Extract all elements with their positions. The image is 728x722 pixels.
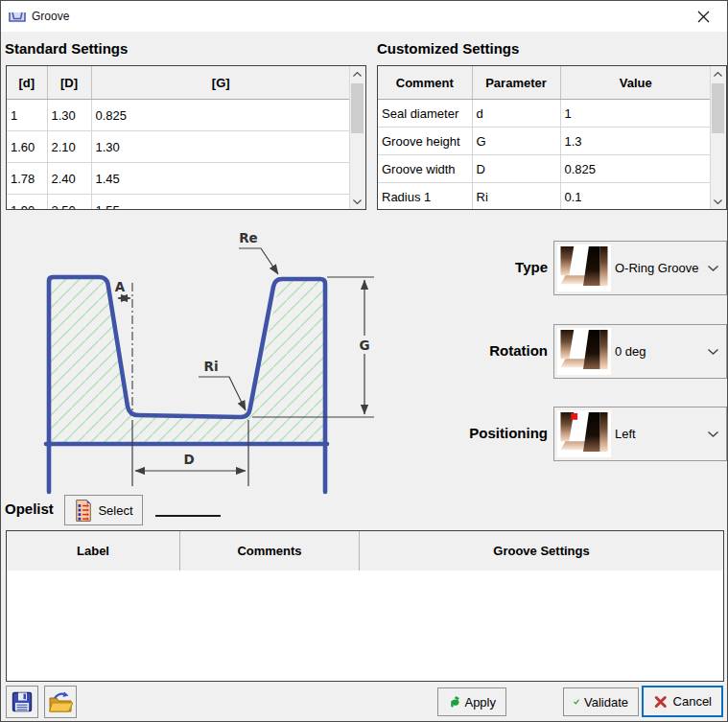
table-cell[interactable]: Groove height [378, 128, 472, 155]
rotation-value: 0 deg [615, 344, 708, 359]
table-row[interactable]: Radius 1Ri0.1 [378, 183, 711, 210]
table-cell[interactable]: Groove width [378, 155, 472, 183]
chevron-down-icon [708, 349, 718, 355]
dim-label-re: Re [239, 230, 258, 245]
save-button[interactable] [6, 686, 38, 718]
table-cell[interactable]: G [472, 128, 560, 155]
groove-positioning-icon [557, 410, 611, 457]
leader-ri [199, 377, 246, 410]
opelist-table: Label Comments Groove Settings [6, 530, 724, 682]
table-header-row: Comment Parameter Value [378, 66, 711, 100]
cross-icon [653, 692, 669, 711]
title-bar: Groove [1, 1, 727, 32]
positioning-label: Positioning [433, 425, 548, 441]
column-header: Groove Settings [360, 531, 723, 571]
scroll-up-icon[interactable] [350, 66, 364, 82]
table-row[interactable]: 1.902.501.55 [7, 195, 350, 210]
open-folder-icon [48, 690, 73, 713]
customized-settings-heading: Customized Settings [377, 40, 519, 57]
customized-settings-table: Comment Parameter Value Seal diameterd1G… [377, 65, 727, 210]
column-header: Label [7, 531, 180, 571]
table-cell[interactable]: 0.825 [91, 100, 350, 131]
table-row[interactable]: 11.300.825 [7, 100, 350, 131]
leader-re [239, 248, 278, 274]
hatch-fill [49, 277, 325, 444]
table-cell[interactable]: 0.825 [560, 155, 711, 183]
cancel-button[interactable]: Cancel [642, 686, 723, 717]
table-cell[interactable]: 1.3 [560, 128, 711, 155]
table-cell[interactable]: 1.60 [7, 131, 47, 163]
apply-button-label: Apply [464, 695, 496, 710]
opelist-value-underline [155, 515, 221, 517]
table-cell[interactable]: Ri [472, 183, 560, 210]
scroll-thumb[interactable] [351, 83, 364, 133]
standard-settings-heading: Standard Settings [5, 40, 128, 57]
list-select-icon [74, 499, 93, 523]
table-cell[interactable]: d [472, 100, 560, 128]
column-header: Value [560, 66, 711, 100]
table-cell[interactable]: 1.90 [7, 195, 47, 210]
column-header: [d] [7, 66, 47, 100]
positioning-value: Left [615, 427, 708, 441]
groove-rotation-icon [557, 328, 611, 375]
groove-dialog: Groove Standard Settings Customized Sett… [0, 0, 728, 722]
type-dropdown[interactable]: O-Ring Groove [553, 241, 727, 295]
table-cell[interactable]: 1 [560, 100, 711, 128]
type-label: Type [433, 259, 548, 275]
table-row[interactable]: 1.602.101.30 [7, 131, 350, 163]
opelist-label: Opelist [5, 501, 54, 517]
table-cell[interactable]: 1.55 [91, 195, 350, 210]
table-cell[interactable]: 1.30 [47, 100, 91, 131]
validate-button-label: Validate [584, 695, 628, 710]
opelist-table-body[interactable] [7, 571, 723, 681]
scrollbar[interactable] [349, 66, 365, 209]
window-title: Groove [32, 10, 69, 23]
table-row[interactable]: Groove widthD0.825 [378, 155, 711, 183]
scroll-thumb[interactable] [712, 83, 724, 133]
scroll-down-icon[interactable] [711, 194, 725, 209]
opelist-select-button[interactable]: Select [64, 495, 143, 525]
close-button[interactable] [679, 1, 727, 32]
table-cell[interactable]: 1.30 [91, 131, 350, 163]
column-header: Comments [180, 531, 360, 571]
app-icon [9, 10, 26, 23]
table-cell[interactable]: 0.1 [560, 183, 711, 210]
column-header: [G] [91, 66, 350, 100]
table-cell[interactable]: Radius 1 [378, 183, 472, 210]
dim-label-a: A [115, 279, 126, 294]
chevron-down-icon [708, 431, 718, 437]
save-icon [11, 690, 34, 713]
scrollbar[interactable] [710, 66, 726, 209]
dim-label-d: D [183, 452, 194, 467]
table-row[interactable]: Groove heightG1.3 [378, 128, 711, 155]
column-header: Comment [378, 66, 472, 100]
apply-button[interactable]: Apply [437, 687, 506, 716]
rotation-dropdown[interactable]: 0 deg [553, 324, 727, 379]
rotation-label: Rotation [433, 342, 548, 359]
groove-diagram: G D A Re Ri [18, 220, 464, 498]
positioning-dropdown[interactable]: Left [553, 407, 727, 461]
cancel-button-label: Cancel [673, 694, 712, 709]
groove-type-icon [557, 245, 611, 291]
apply-hand-icon [448, 691, 459, 712]
scroll-up-icon[interactable] [711, 66, 725, 82]
validate-button[interactable]: Validate [563, 687, 639, 716]
table-cell[interactable]: 2.10 [47, 131, 91, 163]
table-row[interactable]: Seal diameterd1 [378, 100, 711, 128]
table-cell[interactable]: 1.78 [7, 163, 47, 195]
column-header: [D] [47, 66, 91, 100]
table-cell[interactable]: D [472, 155, 560, 183]
open-button[interactable] [44, 686, 77, 718]
close-icon [697, 11, 710, 23]
table-cell[interactable]: 2.40 [47, 163, 91, 195]
table-row[interactable]: 1.782.401.45 [7, 163, 350, 195]
column-header: Parameter [472, 66, 560, 100]
dim-label-g: G [359, 338, 369, 353]
table-cell[interactable]: 2.50 [47, 195, 91, 210]
dim-label-ri: Ri [203, 359, 218, 374]
scroll-down-icon[interactable] [350, 194, 364, 209]
table-cell[interactable]: 1 [7, 100, 47, 131]
table-cell[interactable]: 1.45 [91, 163, 350, 195]
table-cell[interactable]: Seal diameter [378, 100, 472, 128]
opelist-table-header: Label Comments Groove Settings [7, 531, 723, 571]
